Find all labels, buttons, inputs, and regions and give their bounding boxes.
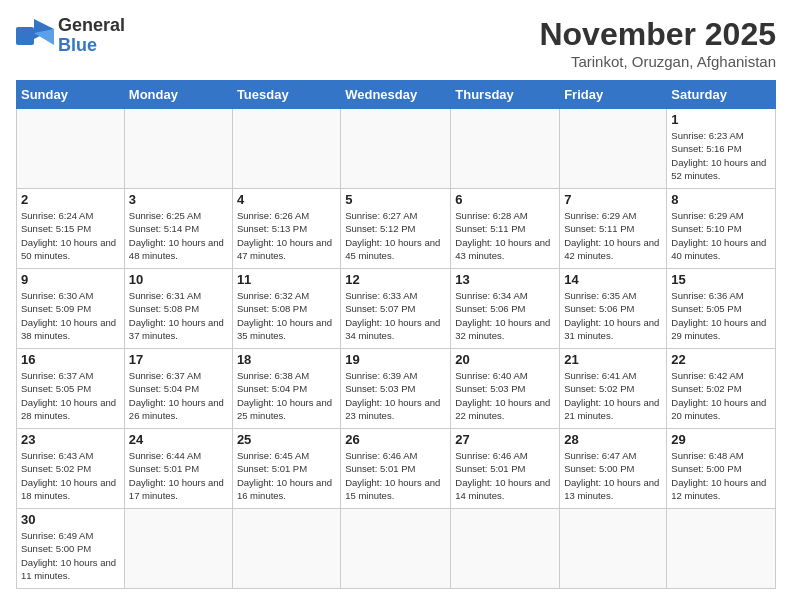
day-info: Sunrise: 6:36 AM Sunset: 5:05 PM Dayligh… bbox=[671, 289, 771, 342]
weekday-header-thursday: Thursday bbox=[451, 81, 560, 109]
calendar-cell-week6-day3 bbox=[232, 509, 340, 589]
week-row-2: 2Sunrise: 6:24 AM Sunset: 5:15 PM Daylig… bbox=[17, 189, 776, 269]
day-number: 20 bbox=[455, 352, 555, 367]
day-number: 11 bbox=[237, 272, 336, 287]
day-number: 30 bbox=[21, 512, 120, 527]
day-number: 6 bbox=[455, 192, 555, 207]
weekday-header-sunday: Sunday bbox=[17, 81, 125, 109]
day-number: 12 bbox=[345, 272, 446, 287]
calendar-cell-week1-day2 bbox=[124, 109, 232, 189]
day-info: Sunrise: 6:37 AM Sunset: 5:04 PM Dayligh… bbox=[129, 369, 228, 422]
day-number: 29 bbox=[671, 432, 771, 447]
day-info: Sunrise: 6:44 AM Sunset: 5:01 PM Dayligh… bbox=[129, 449, 228, 502]
day-number: 27 bbox=[455, 432, 555, 447]
calendar-cell-week5-day5: 27Sunrise: 6:46 AM Sunset: 5:01 PM Dayli… bbox=[451, 429, 560, 509]
day-info: Sunrise: 6:42 AM Sunset: 5:02 PM Dayligh… bbox=[671, 369, 771, 422]
day-number: 24 bbox=[129, 432, 228, 447]
weekday-header-saturday: Saturday bbox=[667, 81, 776, 109]
day-info: Sunrise: 6:28 AM Sunset: 5:11 PM Dayligh… bbox=[455, 209, 555, 262]
calendar-cell-week3-day3: 11Sunrise: 6:32 AM Sunset: 5:08 PM Dayli… bbox=[232, 269, 340, 349]
weekday-header-tuesday: Tuesday bbox=[232, 81, 340, 109]
weekday-header-wednesday: Wednesday bbox=[341, 81, 451, 109]
week-row-6: 30Sunrise: 6:49 AM Sunset: 5:00 PM Dayli… bbox=[17, 509, 776, 589]
calendar-cell-week5-day1: 23Sunrise: 6:43 AM Sunset: 5:02 PM Dayli… bbox=[17, 429, 125, 509]
month-year-title: November 2025 bbox=[539, 16, 776, 53]
calendar-cell-week6-day6 bbox=[560, 509, 667, 589]
day-info: Sunrise: 6:48 AM Sunset: 5:00 PM Dayligh… bbox=[671, 449, 771, 502]
day-info: Sunrise: 6:32 AM Sunset: 5:08 PM Dayligh… bbox=[237, 289, 336, 342]
calendar-cell-week5-day4: 26Sunrise: 6:46 AM Sunset: 5:01 PM Dayli… bbox=[341, 429, 451, 509]
day-number: 22 bbox=[671, 352, 771, 367]
calendar-cell-week4-day7: 22Sunrise: 6:42 AM Sunset: 5:02 PM Dayli… bbox=[667, 349, 776, 429]
day-info: Sunrise: 6:29 AM Sunset: 5:10 PM Dayligh… bbox=[671, 209, 771, 262]
calendar-cell-week2-day3: 4Sunrise: 6:26 AM Sunset: 5:13 PM Daylig… bbox=[232, 189, 340, 269]
calendar-cell-week6-day5 bbox=[451, 509, 560, 589]
calendar-table: SundayMondayTuesdayWednesdayThursdayFrid… bbox=[16, 80, 776, 589]
calendar-cell-week5-day7: 29Sunrise: 6:48 AM Sunset: 5:00 PM Dayli… bbox=[667, 429, 776, 509]
weekday-header-friday: Friday bbox=[560, 81, 667, 109]
calendar-cell-week3-day4: 12Sunrise: 6:33 AM Sunset: 5:07 PM Dayli… bbox=[341, 269, 451, 349]
week-row-4: 16Sunrise: 6:37 AM Sunset: 5:05 PM Dayli… bbox=[17, 349, 776, 429]
calendar-cell-week4-day6: 21Sunrise: 6:41 AM Sunset: 5:02 PM Dayli… bbox=[560, 349, 667, 429]
logo: General Blue bbox=[16, 16, 125, 56]
week-row-5: 23Sunrise: 6:43 AM Sunset: 5:02 PM Dayli… bbox=[17, 429, 776, 509]
calendar-cell-week5-day2: 24Sunrise: 6:44 AM Sunset: 5:01 PM Dayli… bbox=[124, 429, 232, 509]
day-number: 13 bbox=[455, 272, 555, 287]
calendar-cell-week3-day7: 15Sunrise: 6:36 AM Sunset: 5:05 PM Dayli… bbox=[667, 269, 776, 349]
calendar-cell-week1-day4 bbox=[341, 109, 451, 189]
page-header: General Blue November 2025 Tarinkot, Oru… bbox=[16, 16, 776, 70]
day-number: 9 bbox=[21, 272, 120, 287]
day-number: 28 bbox=[564, 432, 662, 447]
logo-text: General Blue bbox=[58, 16, 125, 56]
calendar-cell-week4-day4: 19Sunrise: 6:39 AM Sunset: 5:03 PM Dayli… bbox=[341, 349, 451, 429]
day-number: 17 bbox=[129, 352, 228, 367]
calendar-cell-week4-day5: 20Sunrise: 6:40 AM Sunset: 5:03 PM Dayli… bbox=[451, 349, 560, 429]
day-number: 1 bbox=[671, 112, 771, 127]
calendar-cell-week2-day6: 7Sunrise: 6:29 AM Sunset: 5:11 PM Daylig… bbox=[560, 189, 667, 269]
calendar-cell-week4-day3: 18Sunrise: 6:38 AM Sunset: 5:04 PM Dayli… bbox=[232, 349, 340, 429]
day-number: 8 bbox=[671, 192, 771, 207]
calendar-cell-week2-day4: 5Sunrise: 6:27 AM Sunset: 5:12 PM Daylig… bbox=[341, 189, 451, 269]
calendar-cell-week2-day1: 2Sunrise: 6:24 AM Sunset: 5:15 PM Daylig… bbox=[17, 189, 125, 269]
day-number: 3 bbox=[129, 192, 228, 207]
day-number: 18 bbox=[237, 352, 336, 367]
weekday-header-monday: Monday bbox=[124, 81, 232, 109]
day-info: Sunrise: 6:25 AM Sunset: 5:14 PM Dayligh… bbox=[129, 209, 228, 262]
calendar-cell-week3-day5: 13Sunrise: 6:34 AM Sunset: 5:06 PM Dayli… bbox=[451, 269, 560, 349]
logo-general: General bbox=[58, 15, 125, 35]
day-info: Sunrise: 6:45 AM Sunset: 5:01 PM Dayligh… bbox=[237, 449, 336, 502]
day-info: Sunrise: 6:27 AM Sunset: 5:12 PM Dayligh… bbox=[345, 209, 446, 262]
week-row-1: 1Sunrise: 6:23 AM Sunset: 5:16 PM Daylig… bbox=[17, 109, 776, 189]
day-number: 15 bbox=[671, 272, 771, 287]
calendar-cell-week6-day4 bbox=[341, 509, 451, 589]
day-info: Sunrise: 6:23 AM Sunset: 5:16 PM Dayligh… bbox=[671, 129, 771, 182]
week-row-3: 9Sunrise: 6:30 AM Sunset: 5:09 PM Daylig… bbox=[17, 269, 776, 349]
day-info: Sunrise: 6:30 AM Sunset: 5:09 PM Dayligh… bbox=[21, 289, 120, 342]
day-info: Sunrise: 6:40 AM Sunset: 5:03 PM Dayligh… bbox=[455, 369, 555, 422]
calendar-cell-week1-day7: 1Sunrise: 6:23 AM Sunset: 5:16 PM Daylig… bbox=[667, 109, 776, 189]
day-info: Sunrise: 6:35 AM Sunset: 5:06 PM Dayligh… bbox=[564, 289, 662, 342]
day-info: Sunrise: 6:29 AM Sunset: 5:11 PM Dayligh… bbox=[564, 209, 662, 262]
calendar-cell-week2-day2: 3Sunrise: 6:25 AM Sunset: 5:14 PM Daylig… bbox=[124, 189, 232, 269]
day-number: 21 bbox=[564, 352, 662, 367]
day-info: Sunrise: 6:38 AM Sunset: 5:04 PM Dayligh… bbox=[237, 369, 336, 422]
calendar-cell-week4-day1: 16Sunrise: 6:37 AM Sunset: 5:05 PM Dayli… bbox=[17, 349, 125, 429]
day-number: 23 bbox=[21, 432, 120, 447]
day-info: Sunrise: 6:46 AM Sunset: 5:01 PM Dayligh… bbox=[455, 449, 555, 502]
calendar-cell-week6-day7 bbox=[667, 509, 776, 589]
calendar-cell-week2-day5: 6Sunrise: 6:28 AM Sunset: 5:11 PM Daylig… bbox=[451, 189, 560, 269]
day-info: Sunrise: 6:47 AM Sunset: 5:00 PM Dayligh… bbox=[564, 449, 662, 502]
day-number: 16 bbox=[21, 352, 120, 367]
day-info: Sunrise: 6:34 AM Sunset: 5:06 PM Dayligh… bbox=[455, 289, 555, 342]
day-number: 2 bbox=[21, 192, 120, 207]
calendar-cell-week1-day6 bbox=[560, 109, 667, 189]
location-subtitle: Tarinkot, Oruzgan, Afghanistan bbox=[539, 53, 776, 70]
logo-blue: Blue bbox=[58, 36, 125, 56]
calendar-cell-week6-day1: 30Sunrise: 6:49 AM Sunset: 5:00 PM Dayli… bbox=[17, 509, 125, 589]
day-info: Sunrise: 6:26 AM Sunset: 5:13 PM Dayligh… bbox=[237, 209, 336, 262]
day-number: 7 bbox=[564, 192, 662, 207]
day-number: 5 bbox=[345, 192, 446, 207]
title-area: November 2025 Tarinkot, Oruzgan, Afghani… bbox=[539, 16, 776, 70]
calendar-cell-week3-day2: 10Sunrise: 6:31 AM Sunset: 5:08 PM Dayli… bbox=[124, 269, 232, 349]
calendar-cell-week3-day6: 14Sunrise: 6:35 AM Sunset: 5:06 PM Dayli… bbox=[560, 269, 667, 349]
